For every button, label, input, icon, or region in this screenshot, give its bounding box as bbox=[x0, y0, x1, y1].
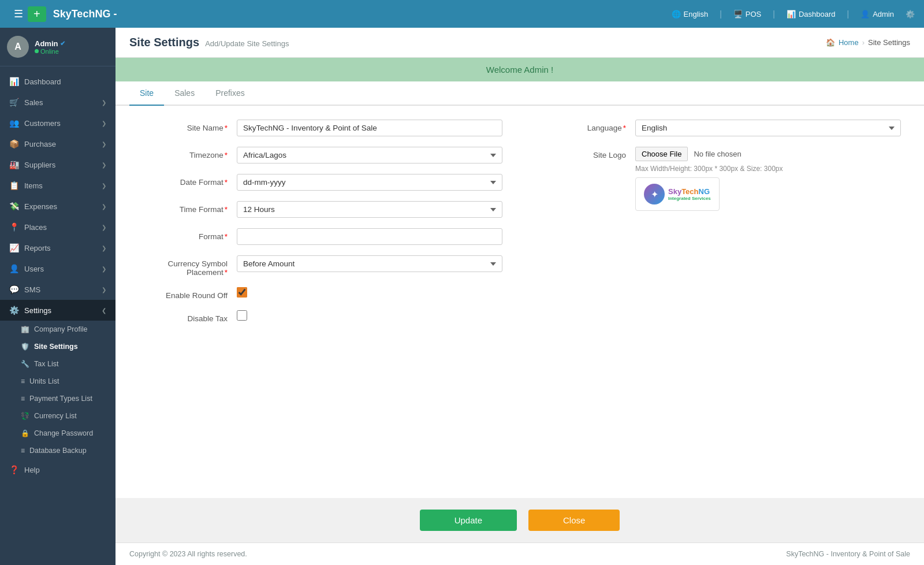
chevron-icon: ❯ bbox=[102, 224, 106, 231]
sidebar-user-section: A Admin ✔ Online bbox=[0, 28, 116, 66]
users-icon: 👤 bbox=[9, 264, 18, 273]
timezone-select[interactable]: Africa/Lagos UTC America/New_York bbox=[237, 147, 502, 163]
file-hint: Max Width/Height: 300px * 300px & Size: … bbox=[635, 165, 901, 173]
verified-icon: ✔ bbox=[60, 40, 65, 47]
payment-icon: ≡ bbox=[21, 395, 25, 403]
site-name-group: Site Name bbox=[139, 120, 502, 136]
enable-round-off-group: Enable Round Off bbox=[139, 287, 502, 300]
sidebar-sub-change-password[interactable]: 🔒 Change Password bbox=[0, 425, 116, 442]
sidebar-item-label: Items bbox=[24, 181, 43, 190]
sidebar-item-label: Suppliers bbox=[24, 161, 55, 169]
settings-gear[interactable]: ⚙️ bbox=[906, 10, 915, 18]
chevron-icon: ❯ bbox=[102, 245, 106, 251]
language-selector[interactable]: 🌐 English bbox=[672, 10, 709, 18]
sidebar-item-label: Help bbox=[24, 466, 40, 474]
sidebar-item-label: Purchase bbox=[24, 140, 56, 148]
currency-symbol-select[interactable]: Before Amount After Amount bbox=[237, 255, 502, 272]
admin-profile[interactable]: 👤 Admin bbox=[860, 10, 894, 18]
online-status: Online bbox=[35, 48, 65, 55]
sidebar-sub-database-backup[interactable]: ≡ Database Backup bbox=[0, 442, 116, 459]
page-header: Site Settings Add/Update Site Settings 🏠… bbox=[116, 28, 924, 58]
sidebar-item-customers[interactable]: 👥 Customers ❯ bbox=[0, 113, 116, 133]
time-format-group: Time Format 12 Hours 24 Hours bbox=[139, 201, 502, 218]
disable-tax-group: Disable Tax bbox=[139, 310, 502, 323]
logo-preview: ✦ SkyTechNG Integrated Services bbox=[635, 177, 720, 211]
enable-round-off-checkbox[interactable] bbox=[237, 287, 247, 298]
submenu-label: Units List bbox=[29, 377, 59, 385]
add-button[interactable]: + bbox=[28, 6, 46, 22]
sms-icon: 💬 bbox=[9, 285, 18, 294]
suppliers-icon: 🏭 bbox=[9, 160, 18, 169]
sidebar: A Admin ✔ Online 📊 Dashboard 🛒 Sales ❯ bbox=[0, 28, 116, 565]
time-format-select[interactable]: 12 Hours 24 Hours bbox=[237, 201, 502, 218]
help-icon: ❓ bbox=[9, 465, 18, 474]
sidebar-sub-site-settings[interactable]: 🛡️ Site Settings bbox=[0, 338, 116, 355]
sidebar-item-label: SMS bbox=[24, 285, 40, 294]
close-button[interactable]: Close bbox=[528, 510, 620, 531]
chevron-icon: ❯ bbox=[102, 99, 106, 106]
tab-site[interactable]: Site bbox=[129, 81, 164, 106]
sidebar-item-suppliers[interactable]: 🏭 Suppliers ❯ bbox=[0, 154, 116, 175]
dashboard-nav-icon: 📊 bbox=[787, 10, 796, 18]
sidebar-item-sales[interactable]: 🛒 Sales ❯ bbox=[0, 92, 116, 113]
expenses-icon: 💸 bbox=[9, 202, 18, 211]
breadcrumb-current: Site Settings bbox=[868, 38, 910, 47]
tab-sales[interactable]: Sales bbox=[164, 81, 205, 106]
site-name-input[interactable] bbox=[237, 120, 502, 136]
sidebar-sub-company-profile[interactable]: 🏢 Company Profile bbox=[0, 321, 116, 338]
submenu-label: Currency List bbox=[34, 412, 77, 420]
sidebar-item-settings[interactable]: ⚙️ Settings ❮ bbox=[0, 300, 116, 321]
submenu-label: Payment Types List bbox=[29, 395, 92, 403]
hamburger-button[interactable]: ☰ bbox=[9, 5, 28, 23]
submenu-label: Change Password bbox=[34, 429, 93, 437]
database-icon: ≡ bbox=[21, 447, 25, 455]
sidebar-item-users[interactable]: 👤 Users ❯ bbox=[0, 258, 116, 279]
format-input[interactable] bbox=[237, 228, 502, 245]
left-column: Site Name Timezone Africa/Lagos UTC Amer… bbox=[139, 120, 502, 333]
language-group: Language English French Spanish bbox=[537, 120, 901, 136]
user-icon: 👤 bbox=[860, 10, 870, 18]
sidebar-item-places[interactable]: 📍 Places ❯ bbox=[0, 217, 116, 237]
dashboard-icon: 📊 bbox=[9, 77, 18, 86]
sidebar-item-items[interactable]: 📋 Items ❯ bbox=[0, 175, 116, 196]
items-icon: 📋 bbox=[9, 181, 18, 190]
sidebar-item-label: Dashboard bbox=[24, 77, 61, 86]
sidebar-item-help[interactable]: ❓ Help bbox=[0, 459, 116, 480]
logo-ng: NG bbox=[699, 187, 710, 196]
sidebar-item-expenses[interactable]: 💸 Expenses ❯ bbox=[0, 196, 116, 217]
sidebar-item-dashboard[interactable]: 📊 Dashboard bbox=[0, 71, 116, 92]
language-label: Language bbox=[537, 120, 635, 132]
online-dot bbox=[35, 49, 39, 53]
sidebar-item-purchase[interactable]: 📦 Purchase ❯ bbox=[0, 133, 116, 154]
right-column: Language English French Spanish Site Log… bbox=[537, 120, 901, 333]
submenu-label: Tax List bbox=[34, 360, 58, 368]
sidebar-item-sms[interactable]: 💬 SMS ❯ bbox=[0, 279, 116, 300]
date-format-select[interactable]: dd-mm-yyyy mm-dd-yyyy yyyy-mm-dd bbox=[237, 174, 502, 191]
sidebar-sub-tax-list[interactable]: 🔧 Tax List bbox=[0, 355, 116, 373]
settings-submenu: 🏢 Company Profile 🛡️ Site Settings 🔧 Tax… bbox=[0, 321, 116, 459]
sidebar-sub-currency-list[interactable]: 💱 Currency List bbox=[0, 407, 116, 425]
disable-tax-label: Disable Tax bbox=[139, 310, 237, 323]
update-button[interactable]: Update bbox=[420, 510, 517, 531]
sidebar-sub-payment-types[interactable]: ≡ Payment Types List bbox=[0, 390, 116, 407]
date-format-label: Date Format bbox=[139, 174, 237, 187]
sidebar-sub-units-list[interactable]: ≡ Units List bbox=[0, 373, 116, 390]
language-select[interactable]: English French Spanish bbox=[635, 120, 901, 136]
page-title: Site Settings bbox=[129, 36, 199, 49]
chevron-icon: ❯ bbox=[102, 203, 106, 210]
format-group: Format bbox=[139, 228, 502, 245]
dashboard-link[interactable]: 📊 Dashboard bbox=[787, 10, 836, 18]
tab-prefixes[interactable]: Prefixes bbox=[205, 81, 255, 106]
format-label: Format bbox=[139, 228, 237, 241]
site-logo-label: Site Logo bbox=[537, 147, 635, 159]
pos-link[interactable]: 🖥️ POS bbox=[733, 10, 761, 18]
pos-label: POS bbox=[746, 10, 761, 18]
lock-icon: 🔒 bbox=[21, 429, 29, 437]
sidebar-item-reports[interactable]: 📈 Reports ❯ bbox=[0, 237, 116, 258]
pos-icon: 🖥️ bbox=[733, 10, 743, 18]
file-name-display: No file chosen bbox=[694, 150, 741, 158]
choose-file-button[interactable]: Choose File bbox=[635, 147, 688, 161]
disable-tax-checkbox[interactable] bbox=[237, 310, 247, 321]
language-label: English bbox=[684, 10, 709, 18]
breadcrumb-home[interactable]: Home bbox=[839, 38, 859, 47]
